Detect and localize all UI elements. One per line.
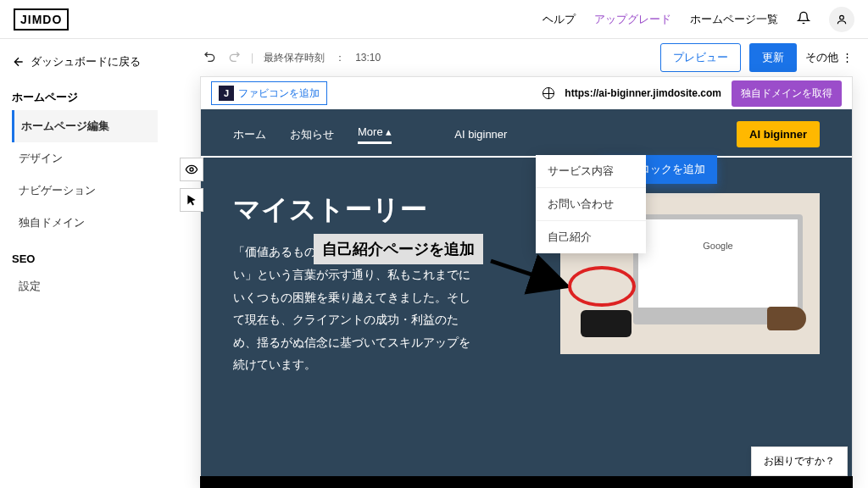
sidebar-section-homepage: ホームページ: [12, 90, 158, 105]
nav-more[interactable]: More ▴: [358, 125, 392, 144]
sidebar-item-edit[interactable]: ホームページ編集: [12, 110, 158, 142]
get-domain-button[interactable]: 独自ドメインを取得: [732, 80, 842, 107]
sidebar-item-design[interactable]: デザイン: [12, 142, 158, 175]
sidebar-item-domain[interactable]: 独自ドメイン: [12, 207, 158, 239]
nav-home[interactable]: ホーム: [233, 127, 266, 142]
site-url[interactable]: https://ai-biginner.jimdosite.com: [565, 87, 721, 99]
preview-button[interactable]: プレビュー: [660, 43, 741, 72]
svg-point-1: [190, 168, 193, 171]
svg-line-2: [491, 261, 567, 286]
other-menu[interactable]: その他 ⋮: [805, 50, 853, 65]
update-button[interactable]: 更新: [749, 43, 797, 72]
upgrade-link[interactable]: アップグレード: [594, 12, 671, 27]
sidebar-section-seo: SEO: [12, 252, 158, 265]
chevron-up-icon: ▴: [386, 125, 392, 138]
help-link[interactable]: ヘルプ: [542, 12, 576, 27]
help-bubble[interactable]: お困りですか？: [751, 446, 848, 476]
sidebar-item-settings[interactable]: 設定: [12, 270, 158, 302]
redo-icon[interactable]: [227, 50, 241, 66]
bottom-bar: [200, 476, 853, 488]
nav-ai[interactable]: AI biginner: [454, 128, 507, 141]
dd-profile[interactable]: 自己紹介: [536, 221, 646, 253]
homepage-list-link[interactable]: ホームページ一覧: [690, 12, 778, 27]
dd-contact[interactable]: お問い合わせ: [536, 188, 646, 221]
nav-divider: [201, 156, 852, 158]
visibility-tool[interactable]: [180, 158, 203, 181]
back-label: ダッシュボードに戻る: [31, 54, 141, 69]
nav-news[interactable]: お知らせ: [290, 127, 334, 142]
sidebar-item-navigation[interactable]: ナビゲーション: [12, 175, 158, 207]
dd-service[interactable]: サービス内容: [536, 155, 646, 188]
cursor-tool[interactable]: [180, 188, 203, 212]
svg-point-0: [840, 15, 844, 19]
add-favicon-button[interactable]: J ファビコンを追加: [211, 81, 327, 105]
j-badge-icon: J: [219, 86, 234, 101]
bell-icon[interactable]: [797, 11, 810, 27]
logo: JIMDO: [14, 8, 69, 30]
more-dropdown: サービス内容 お問い合わせ 自己紹介: [536, 155, 646, 253]
last-saved-time: 13:10: [355, 52, 381, 64]
annotation-label: 自己紹介ページを追加: [314, 234, 483, 264]
hero-title[interactable]: マイストーリー: [233, 193, 479, 225]
undo-icon[interactable]: [203, 50, 217, 66]
annotation-arrow: [487, 252, 581, 297]
cta-button[interactable]: AI biginner: [737, 121, 820, 147]
account-icon[interactable]: [829, 7, 854, 32]
annotation-circle: [568, 266, 636, 307]
globe-icon: [542, 87, 554, 99]
back-to-dashboard[interactable]: ダッシュボードに戻る: [12, 54, 158, 69]
last-saved-label: 最終保存時刻: [264, 51, 325, 65]
